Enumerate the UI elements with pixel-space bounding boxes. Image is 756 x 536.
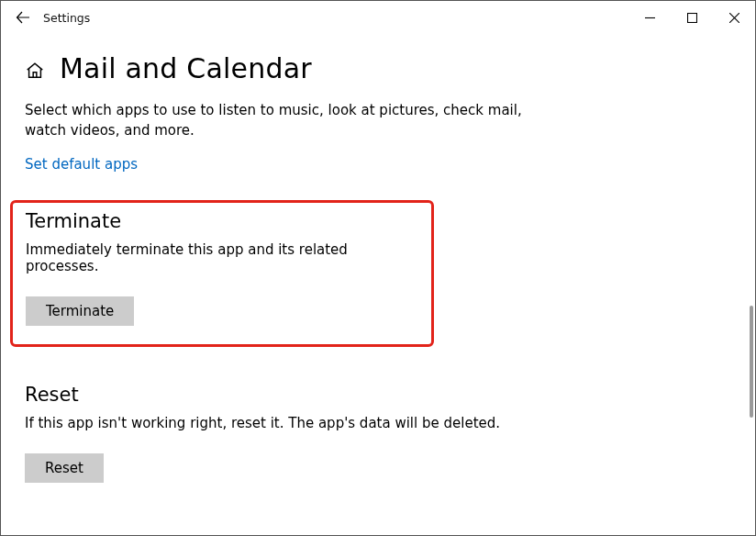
reset-desc: If this app isn't working right, reset i… xyxy=(25,415,731,431)
intro-text: Select which apps to use to listen to mu… xyxy=(25,101,539,141)
reset-section: Reset If this app isn't working right, r… xyxy=(25,384,731,483)
scrollbar-thumb[interactable] xyxy=(750,306,753,418)
content-area: Mail and Calendar Select which apps to u… xyxy=(1,34,755,535)
reset-title: Reset xyxy=(25,384,731,406)
close-button[interactable] xyxy=(713,1,755,34)
terminate-section-highlight: Terminate Immediately terminate this app… xyxy=(10,200,434,347)
svg-rect-0 xyxy=(687,13,696,22)
terminate-button[interactable]: Terminate xyxy=(26,296,134,326)
minimize-icon xyxy=(645,13,655,23)
terminate-title: Terminate xyxy=(26,210,418,232)
uninstall-title: Uninstall xyxy=(25,534,731,536)
window-title: Settings xyxy=(43,11,90,25)
titlebar: Settings xyxy=(1,1,755,34)
page-title: Mail and Calendar xyxy=(60,52,312,84)
maximize-button[interactable] xyxy=(671,1,713,34)
set-default-apps-link[interactable]: Set default apps xyxy=(25,156,731,173)
reset-button[interactable]: Reset xyxy=(25,453,104,483)
page-header: Mail and Calendar xyxy=(25,52,731,84)
uninstall-section: Uninstall Uninstall this app and its set… xyxy=(25,534,731,536)
maximize-icon xyxy=(687,13,697,23)
minimize-button[interactable] xyxy=(628,1,671,34)
close-icon xyxy=(729,13,739,23)
titlebar-left: Settings xyxy=(5,1,90,34)
back-button[interactable] xyxy=(5,1,41,34)
window-controls xyxy=(628,1,755,34)
terminate-desc: Immediately terminate this app and its r… xyxy=(26,241,418,274)
arrow-left-icon xyxy=(16,10,30,25)
home-icon xyxy=(25,61,45,81)
